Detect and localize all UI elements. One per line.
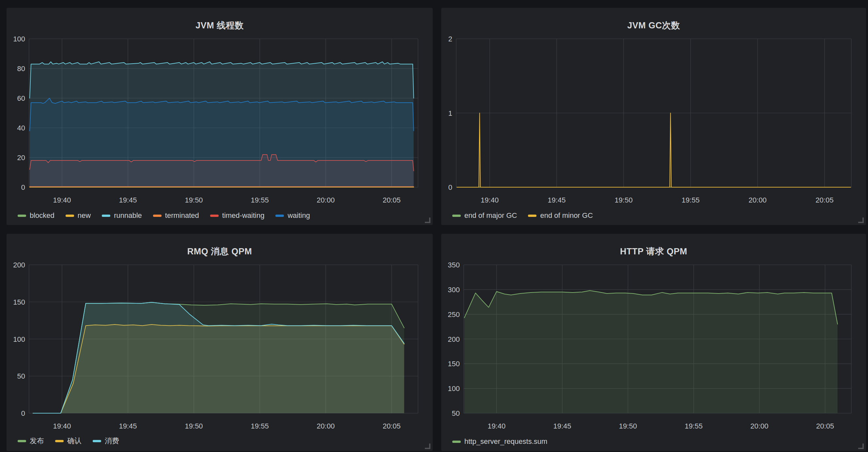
x-axis-tick-label: 19:45 [119,196,137,204]
legend-label: timed-waiting [222,211,265,220]
panel-rmq-message-qpm: RMQ 消息 QPM 05010015020019:4019:4519:5019… [6,234,433,451]
y-axis-tick-label: 100 [13,335,25,344]
legend-label: waiting [287,211,310,220]
legend-item[interactable]: runnable [102,211,142,220]
legend-color-dash-icon [210,215,219,217]
x-axis-tick-label: 19:40 [480,196,499,204]
legend-color-dash-icon [18,440,26,442]
legend-item[interactable]: new [66,211,91,220]
y-axis-tick-label: 200 [448,335,460,344]
series-area [464,291,838,413]
panel-http-request-qpm: HTTP 请求 QPM 5010015020025030035019:4019:… [441,234,866,451]
x-axis-tick-label: 19:50 [185,196,203,204]
legend-color-dash-icon [452,441,461,443]
panel-resize-handle-icon[interactable] [858,444,864,449]
x-axis-tick-label: 20:00 [749,196,767,204]
panel-resize-handle-icon[interactable] [425,218,430,223]
x-axis-tick-label: 20:00 [317,196,335,204]
legend-label: blocked [30,211,55,220]
y-axis-tick-label: 350 [448,261,460,269]
x-axis-tick-label: 19:40 [53,196,71,204]
x-axis-tick-label: 19:55 [682,196,700,204]
chart-plot[interactable]: 01219:4019:4519:5019:5520:0020:05 [441,8,866,225]
legend-color-dash-icon [153,215,161,217]
legend-item[interactable]: terminated [153,211,199,220]
legend-color-dash-icon [528,215,536,217]
y-axis-tick-label: 0 [448,183,452,191]
y-axis-tick-label: 50 [17,372,25,380]
legend-item[interactable]: blocked [18,211,55,220]
legend-label: 消费 [105,436,119,446]
legend-label: runnable [114,211,142,220]
chart-legend: end of major GCend of minor GC [452,211,593,220]
legend-label: end of minor GC [540,211,593,220]
legend-item[interactable]: end of minor GC [528,211,593,220]
chart-plot[interactable]: 05010015020019:4019:4519:5019:5520:0020:… [6,234,433,451]
legend-item[interactable]: timed-waiting [210,211,265,220]
y-axis-tick-label: 100 [13,35,25,43]
y-axis-tick-label: 300 [448,286,460,294]
legend-color-dash-icon [102,215,110,217]
x-axis-tick-label: 20:05 [383,422,401,430]
x-axis-tick-label: 19:50 [185,422,203,430]
x-axis-tick-label: 20:05 [383,196,401,204]
y-axis-tick-label: 250 [448,311,460,319]
legend-color-dash-icon [55,440,64,442]
legend-label: 发布 [30,436,44,446]
y-axis-tick-label: 100 [448,385,460,393]
legend-item[interactable]: waiting [275,211,310,220]
chart-plot[interactable]: 5010015020025030035019:4019:4519:5019:55… [441,234,866,451]
y-axis-tick-label: 0 [21,183,25,191]
chart-canvas[interactable]: 05010015020019:4019:4519:5019:5520:0020:… [6,234,433,451]
chart-legend: blockednewrunnableterminatedtimed-waitin… [18,211,310,220]
legend-item[interactable]: 发布 [18,436,44,446]
panel-resize-handle-icon[interactable] [425,444,430,449]
legend-item[interactable]: end of major GC [452,211,517,220]
legend-label: new [78,211,91,220]
y-axis-tick-label: 1 [448,109,452,118]
x-axis-tick-label: 19:45 [119,422,137,430]
x-axis-tick-label: 19:40 [53,422,71,430]
y-axis-tick-label: 150 [13,298,25,306]
legend-color-dash-icon [93,440,101,442]
x-axis-tick-label: 20:00 [317,422,335,430]
x-axis-tick-label: 19:50 [615,196,633,204]
chart-canvas[interactable]: 01219:4019:4519:5019:5520:0020:05 [441,8,866,225]
x-axis-tick-label: 19:55 [685,422,703,430]
legend-color-dash-icon [18,215,26,217]
legend-item[interactable]: 消费 [93,436,119,446]
x-axis-tick-label: 19:45 [548,196,565,204]
legend-label: terminated [165,211,199,220]
y-axis-tick-label: 40 [17,124,25,132]
y-axis-tick-label: 50 [452,409,460,417]
y-axis-tick-label: 60 [17,94,25,102]
chart-legend: http_server_requests.sum [452,437,547,446]
chart-legend: 发布确认消费 [18,436,119,446]
legend-label: 确认 [67,436,82,446]
x-axis-tick-label: 19:45 [553,422,571,430]
x-axis-tick-label: 20:05 [815,196,833,204]
panel-jvm-thread-count: JVM 线程数 02040608010019:4019:4519:5019:55… [6,8,433,225]
dashboard: JVM 线程数 02040608010019:4019:4519:5019:55… [0,0,868,452]
legend-item[interactable]: http_server_requests.sum [452,437,547,446]
legend-item[interactable]: 确认 [55,436,82,446]
legend-color-dash-icon [66,215,74,217]
chart-plot[interactable]: 02040608010019:4019:4519:5019:5520:0020:… [6,8,433,225]
y-axis-tick-label: 200 [13,261,25,269]
legend-label: http_server_requests.sum [464,437,547,446]
series-area [457,113,851,188]
x-axis-tick-label: 20:00 [750,422,769,430]
chart-canvas[interactable]: 02040608010019:4019:4519:5019:5520:0020:… [6,8,433,225]
x-axis-tick-label: 19:50 [619,422,637,430]
chart-canvas[interactable]: 5010015020025030035019:4019:4519:5019:55… [441,234,866,451]
series-line [457,113,851,188]
x-axis-tick-label: 19:55 [251,196,269,204]
y-axis-tick-label: 2 [448,35,452,43]
y-axis-tick-label: 0 [21,409,25,417]
panel-resize-handle-icon[interactable] [858,218,864,223]
x-axis-tick-label: 20:05 [816,422,834,430]
y-axis-tick-label: 80 [17,65,25,73]
legend-color-dash-icon [275,215,284,217]
y-axis-tick-label: 150 [448,360,460,368]
legend-label: end of major GC [464,211,517,220]
